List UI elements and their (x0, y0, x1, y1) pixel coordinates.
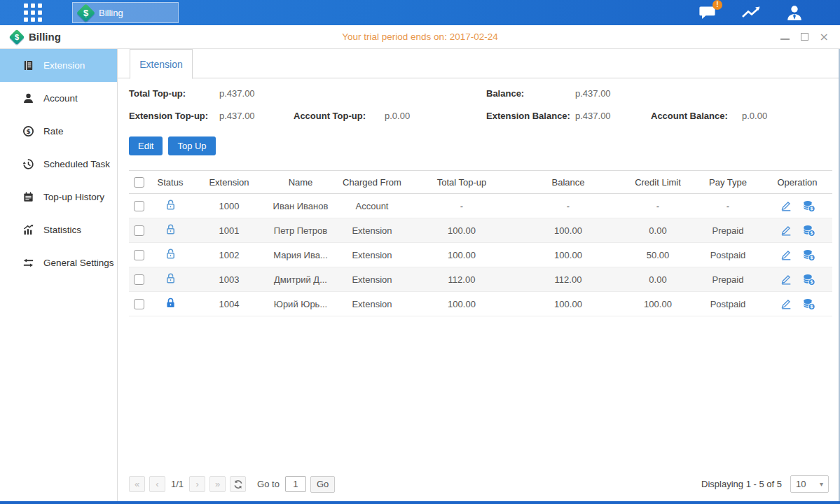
name-cell: Юрий Юрь... (266, 292, 335, 316)
credit-limit-cell: 100.00 (622, 292, 694, 316)
trial-notice: Your trial period ends on: 2017-02-24 (0, 31, 840, 42)
row-checkbox[interactable] (134, 225, 144, 236)
total-topup-cell: 100.00 (409, 218, 514, 243)
edit-icon[interactable] (780, 224, 792, 237)
account-balance-label: Account Balance: (651, 111, 742, 121)
sidebar-item-extension[interactable]: Extension (0, 49, 117, 82)
table-row: 1003Дмитрий Д...Extension112.00112.000.0… (129, 267, 832, 292)
main-panel: Extension Total Top-up: p.437.00 Balance… (118, 49, 839, 501)
edit-icon[interactable] (780, 248, 792, 261)
sidebar-item-scheduled-task[interactable]: Scheduled Task (0, 148, 117, 181)
taskbar: $ Billing ! (0, 0, 840, 25)
edit-icon[interactable] (780, 273, 792, 286)
billing-app-icon: $ (76, 4, 95, 22)
sidebar: ExtensionAccount$RateScheduled TaskTop-u… (0, 49, 118, 501)
statistics-icon (22, 224, 34, 236)
charged-from-cell: Extension (335, 243, 409, 267)
col-charged-from: Charged From (335, 171, 409, 194)
topup-icon[interactable]: $ (802, 298, 815, 311)
row-checkbox[interactable] (134, 299, 144, 309)
balance-cell: 100.00 (514, 243, 622, 267)
pay-type-cell: Postpaid (694, 292, 762, 316)
row-checkbox[interactable] (134, 201, 144, 211)
page-size-select[interactable]: 10 ▾ (790, 475, 829, 493)
minimize-button[interactable] (780, 34, 790, 40)
sidebar-item-label: Account (43, 93, 78, 104)
account-topup-value: p.0.00 (385, 111, 486, 121)
balance-value: p.437.00 (575, 88, 651, 99)
extension-cell: 1004 (192, 292, 266, 316)
extension-topup-label: Extension Top-up: (129, 111, 219, 121)
col-pay-type: Pay Type (694, 171, 762, 194)
table-header-row: Status Extension Name Charged From Total… (129, 171, 832, 194)
sidebar-item-statistics[interactable]: Statistics (0, 214, 117, 246)
sidebar-item-label: General Settings (43, 258, 114, 268)
window-body: ExtensionAccount$RateScheduled TaskTop-u… (0, 49, 840, 501)
apps-grid-icon[interactable] (24, 4, 42, 22)
page-indicator: 1/1 (171, 479, 184, 489)
edit-button[interactable]: Edit (129, 136, 163, 155)
first-page-button[interactable]: « (129, 476, 145, 492)
col-total-topup: Total Top-up (409, 171, 514, 194)
account-icon (22, 92, 34, 104)
sidebar-item-account[interactable]: Account (0, 82, 117, 115)
goto-page-input[interactable] (285, 476, 306, 492)
window-title: Billing (29, 31, 61, 43)
go-button[interactable]: Go (310, 476, 335, 493)
edit-icon[interactable] (780, 298, 792, 310)
pay-type-cell: Prepaid (694, 267, 762, 292)
charged-from-cell: Extension (335, 218, 409, 243)
topup-icon[interactable]: $ (802, 273, 815, 286)
taskbar-item-billing[interactable]: $ Billing (72, 2, 179, 23)
sidebar-item-general-settings[interactable]: General Settings (0, 246, 117, 279)
maximize-button[interactable] (801, 33, 808, 41)
sidebar-item-label: Rate (43, 126, 64, 136)
extension-balance-label: Extension Balance: (486, 111, 575, 121)
total-topup-cell: 112.00 (409, 267, 514, 292)
svg-text:$: $ (810, 255, 813, 260)
chevron-down-icon: ▾ (820, 480, 823, 488)
scheduled-task-icon (22, 158, 34, 170)
top-up-button[interactable]: Top Up (168, 136, 215, 155)
extension-balance-value: p.437.00 (575, 111, 651, 121)
extension-icon (22, 59, 34, 71)
charged-from-cell: Extension (335, 267, 409, 292)
unlocked-icon (165, 223, 177, 235)
account-topup-label: Account Top-up: (294, 111, 385, 121)
sidebar-item-label: Extension (43, 60, 85, 71)
refresh-button[interactable] (230, 476, 246, 492)
row-checkbox[interactable] (134, 250, 144, 260)
user-icon[interactable] (785, 4, 804, 22)
notification-badge: ! (712, 0, 722, 10)
billing-window-icon: $ (9, 29, 25, 45)
topup-icon[interactable]: $ (802, 224, 815, 237)
general-settings-icon (22, 257, 34, 269)
prev-page-button[interactable]: ‹ (149, 476, 165, 492)
topup-icon[interactable]: $ (802, 248, 815, 262)
extension-cell: 1001 (192, 218, 266, 243)
last-page-button[interactable]: » (209, 476, 226, 492)
select-all-checkbox[interactable] (134, 177, 144, 188)
content-area: Total Top-up: p.437.00 Balance: p.437.00… (118, 78, 839, 501)
messages-icon[interactable]: ! (698, 4, 717, 21)
col-status: Status (149, 171, 192, 194)
sidebar-item-rate[interactable]: $Rate (0, 115, 117, 148)
performance-chart-icon[interactable] (741, 4, 762, 21)
next-page-button[interactable]: › (189, 476, 205, 492)
topup-icon[interactable]: $ (802, 200, 815, 213)
balance-cell: - (514, 194, 622, 218)
balance-cell: 112.00 (514, 267, 622, 292)
desktop: $ Billing ! $ Billing Your trial period … (0, 0, 840, 504)
total-topup-cell: - (409, 194, 514, 218)
name-cell: Петр Петров (266, 218, 335, 243)
credit-limit-cell: 0.00 (622, 218, 694, 243)
name-cell: Дмитрий Д... (266, 267, 335, 292)
edit-icon[interactable] (780, 200, 792, 212)
account-balance-value: p.0.00 (742, 111, 829, 121)
sidebar-item-top-up-history[interactable]: Top-up History (0, 181, 117, 214)
window-bottom-edge (0, 501, 840, 504)
svg-text:$: $ (810, 230, 813, 236)
row-checkbox[interactable] (134, 274, 144, 285)
close-button[interactable]: × (820, 32, 829, 42)
tab-extension[interactable]: Extension (130, 49, 193, 79)
